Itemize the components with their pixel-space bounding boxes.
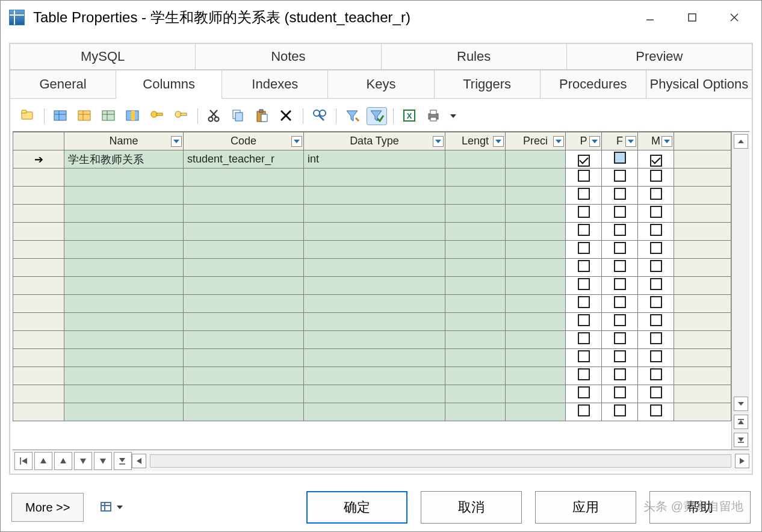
apply-button[interactable]: 应用 <box>535 491 636 524</box>
checkbox[interactable] <box>578 260 590 272</box>
tab-rules[interactable]: Rules <box>382 43 567 70</box>
checkbox[interactable] <box>614 404 626 416</box>
move-down-icon[interactable] <box>94 452 112 470</box>
col-header-p[interactable]: P <box>566 132 602 150</box>
checkbox[interactable] <box>578 242 590 254</box>
checkbox[interactable] <box>614 386 626 398</box>
checkbox[interactable] <box>578 206 590 218</box>
filter-icon[interactable] <box>342 107 363 125</box>
cell-f[interactable] <box>602 150 638 169</box>
print-dropdown-icon[interactable] <box>448 107 459 125</box>
checkbox[interactable] <box>578 314 590 326</box>
table-row[interactable] <box>13 241 731 259</box>
checkbox[interactable] <box>614 332 626 344</box>
tab-preview[interactable]: Preview <box>567 43 752 70</box>
col-header-name[interactable]: Name <box>64 132 184 150</box>
tab-triggers[interactable]: Triggers <box>435 70 541 99</box>
table-row[interactable] <box>13 403 731 421</box>
checkbox[interactable] <box>578 350 590 362</box>
cell-precision[interactable] <box>506 150 566 169</box>
minimize-button[interactable] <box>629 1 671 34</box>
checkbox[interactable] <box>614 368 626 380</box>
col-header-f[interactable]: F <box>602 132 638 150</box>
checkbox[interactable] <box>578 404 590 416</box>
delete-icon[interactable] <box>276 107 297 125</box>
hscroll-right-icon[interactable] <box>735 454 749 468</box>
columns-grid[interactable]: NameCodeData TypeLengtPreciPFM ➔学生和教师关系s… <box>13 132 731 450</box>
checkbox[interactable] <box>578 170 590 182</box>
more-button[interactable]: More >> <box>11 493 84 522</box>
tab-mysql[interactable]: MySQL <box>10 43 196 70</box>
move-up-icon[interactable] <box>34 452 52 470</box>
checkbox[interactable] <box>578 332 590 344</box>
filter-dropdown-icon[interactable] <box>171 136 182 147</box>
scroll-up-icon[interactable] <box>734 134 748 149</box>
checkbox[interactable] <box>614 296 626 308</box>
checkbox[interactable] <box>650 368 662 380</box>
add-col-icon[interactable] <box>75 107 95 125</box>
print-icon[interactable] <box>424 107 444 125</box>
tab-physical[interactable]: Physical Options <box>646 70 752 99</box>
col-header-length[interactable]: Lengt <box>445 132 506 150</box>
table-row[interactable] <box>13 277 731 295</box>
key1-icon[interactable] <box>147 107 167 125</box>
table-row[interactable] <box>13 187 731 205</box>
add-col4-icon[interactable] <box>123 107 143 125</box>
checkbox[interactable] <box>578 155 590 167</box>
checkbox[interactable] <box>650 404 662 416</box>
table-row[interactable] <box>13 313 731 331</box>
move-prev-icon[interactable] <box>54 452 72 470</box>
help-button[interactable]: 帮助 <box>649 491 751 524</box>
cell-length[interactable] <box>445 150 506 169</box>
grid-vscrollbar[interactable] <box>731 132 749 450</box>
cell-name[interactable]: 学生和教师关系 <box>64 150 184 169</box>
checkbox[interactable] <box>650 242 662 254</box>
checkbox[interactable] <box>650 224 662 236</box>
cell-datatype[interactable]: int <box>304 150 445 169</box>
table-row[interactable] <box>13 349 731 367</box>
ok-button[interactable]: 确定 <box>306 491 407 524</box>
cell-m[interactable] <box>638 150 674 169</box>
checkbox[interactable] <box>614 314 626 326</box>
move-last-icon[interactable] <box>114 452 132 470</box>
filter-dropdown-icon[interactable] <box>589 136 600 147</box>
checkbox[interactable] <box>650 332 662 344</box>
checkbox[interactable] <box>614 242 626 254</box>
checkbox[interactable] <box>578 296 590 308</box>
checkbox[interactable] <box>614 188 626 200</box>
checkbox[interactable] <box>650 188 662 200</box>
cancel-button[interactable]: 取消 <box>421 491 522 524</box>
table-row[interactable]: ➔学生和教师关系student_teacher_rint <box>13 150 731 169</box>
checkbox[interactable] <box>650 260 662 272</box>
checkbox[interactable] <box>650 386 662 398</box>
filter-dropdown-icon[interactable] <box>661 136 672 147</box>
table-row[interactable] <box>13 259 731 277</box>
move-top-icon[interactable] <box>734 415 748 429</box>
find-icon[interactable] <box>309 107 330 125</box>
filter-dropdown-icon[interactable] <box>553 136 564 147</box>
key2-icon[interactable] <box>171 107 191 125</box>
checkbox[interactable] <box>578 224 590 236</box>
template-dropdown[interactable] <box>94 495 128 519</box>
tab-notes[interactable]: Notes <box>196 43 381 70</box>
checkbox[interactable] <box>578 278 590 290</box>
checkbox[interactable] <box>578 368 590 380</box>
hscroll-left-icon[interactable] <box>132 454 146 468</box>
table-row[interactable] <box>13 385 731 403</box>
maximize-button[interactable] <box>671 1 713 34</box>
paste-icon[interactable] <box>252 107 273 125</box>
tab-procedures[interactable]: Procedures <box>541 70 646 99</box>
checkbox[interactable] <box>650 170 662 182</box>
col-header-dtype[interactable]: Data Type <box>304 132 445 150</box>
checkbox[interactable] <box>614 170 626 182</box>
checkbox[interactable] <box>650 278 662 290</box>
move-next-icon[interactable] <box>74 452 92 470</box>
checkbox[interactable] <box>650 296 662 308</box>
filter-dropdown-icon[interactable] <box>625 136 636 147</box>
checkbox[interactable] <box>650 155 662 167</box>
cut-icon[interactable] <box>204 107 225 125</box>
col-header-code[interactable]: Code <box>184 132 304 150</box>
tab-general[interactable]: General <box>10 70 116 99</box>
checkbox[interactable] <box>614 152 626 164</box>
tab-indexes[interactable]: Indexes <box>222 70 328 99</box>
